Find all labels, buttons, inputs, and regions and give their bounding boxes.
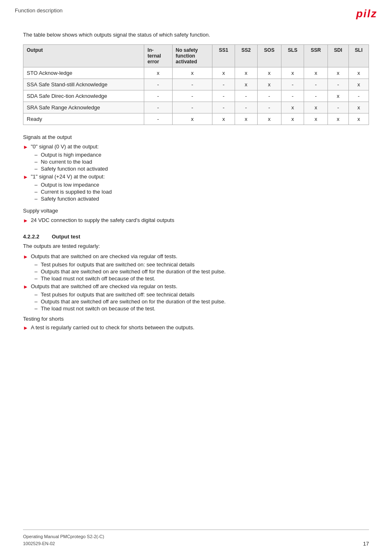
- output-test-bullet-2: ► Outputs that are switched off are chec…: [23, 283, 369, 290]
- signal-0-sublist: – Output is high impedance – No current …: [35, 152, 369, 172]
- bullet-arrow-test-1: ►: [23, 254, 28, 260]
- table-cell: x: [348, 113, 369, 125]
- table-cell: x: [235, 79, 257, 90]
- signals-title: Signals at the output: [23, 134, 369, 140]
- table-cell: x: [235, 67, 257, 79]
- output-test-sub-1: – Test pulses for outputs that are switc…: [35, 261, 369, 282]
- table-cell: -: [144, 113, 172, 125]
- table-cell: -: [327, 79, 348, 90]
- table-cell: x: [327, 67, 348, 79]
- table-cell: -: [144, 102, 172, 113]
- col-no-safety: No safetyfunctionactivated: [172, 45, 212, 67]
- col-ss1: SS1: [212, 45, 235, 67]
- supply-voltage-title: Supply voltage: [23, 208, 369, 214]
- table-row: SSA Safe Stand-still Acknowledge---xx---…: [23, 79, 369, 90]
- table-cell: x: [327, 90, 348, 102]
- testing-shorts-text: A test is regularly carried out to check…: [31, 324, 194, 331]
- table-cell: -: [212, 79, 235, 90]
- table-cell: -: [172, 90, 212, 102]
- table-cell: x: [281, 102, 304, 113]
- section-title: Output test: [52, 234, 80, 240]
- table-cell: -: [144, 79, 172, 90]
- table-cell: -: [172, 79, 212, 90]
- table-cell: -: [304, 79, 327, 90]
- page-footer: Operating Manual PMCprotego S2-2(-C) 100…: [23, 530, 369, 547]
- header-section: Function description: [15, 7, 62, 14]
- test-sub-2-1: – Test pulses for outputs that are switc…: [35, 291, 369, 298]
- table-cell: x: [304, 67, 327, 79]
- test-sub-1-1: – Test pulses for outputs that are switc…: [35, 261, 369, 268]
- table-cell: x: [348, 67, 369, 79]
- testing-shorts-item: ► A test is regularly carried out to che…: [23, 324, 369, 331]
- supply-voltage-section: Supply voltage ► 24 VDC connection to su…: [23, 208, 369, 224]
- signal-1-item: ► "1" signal (+24 V) at the output:: [23, 173, 369, 180]
- signal-1-sub-2: – Current is supplied to the load: [35, 189, 369, 195]
- section-4222-body: The outputs are tested regularly: ► Outp…: [23, 243, 369, 331]
- table-cell: -: [212, 90, 235, 102]
- output-test-text-2: Outputs that are switched off are checke…: [31, 283, 178, 289]
- supply-voltage-text: 24 VDC connection to supply the safety c…: [31, 217, 174, 223]
- footer-page: 17: [363, 541, 369, 547]
- signal-0-item: ► "0" signal (0 V) at the output:: [23, 143, 369, 150]
- section-4222-header: 4.2.2.2 Output test: [23, 234, 369, 240]
- section-intro: The outputs are tested regularly:: [23, 243, 369, 249]
- bullet-arrow-1: ►: [23, 174, 28, 180]
- table-row: SDA Safe Direc-tion Acknowledge-------x-: [23, 90, 369, 102]
- table-cell: SRA Safe Range Acknowledge: [23, 102, 144, 113]
- section-number: 4.2.2.2: [23, 234, 52, 240]
- signal-0-sub-1: – Output is high impedance: [35, 152, 369, 158]
- table-cell: x: [304, 113, 327, 125]
- col-output: Output: [23, 45, 144, 67]
- signal-1-sub-3: – Safety function activated: [35, 196, 369, 202]
- signal-0-sub-3: – Safety function not activated: [35, 166, 369, 172]
- test-sub-1-3: – The load must not switch off because o…: [35, 275, 369, 282]
- signals-section: Signals at the output ► "0" signal (0 V)…: [23, 134, 369, 202]
- intro-text: The table below shows which outputs sign…: [23, 32, 369, 38]
- footer-line2: 1002529-EN-02: [23, 540, 104, 547]
- table-row: STO Acknow-ledgexxxxxxxxx: [23, 67, 369, 79]
- table-cell: x: [257, 67, 281, 79]
- page-content: The table below shows which outputs sign…: [0, 24, 392, 349]
- col-sos: SOS: [257, 45, 281, 67]
- table-cell: -: [172, 102, 212, 113]
- table-cell: -: [144, 90, 172, 102]
- output-test-text-1: Outputs that are switched on are checked…: [31, 253, 178, 259]
- bullet-arrow-test-2: ►: [23, 284, 28, 290]
- table-cell: x: [257, 113, 281, 125]
- test-sub-1-2: – Outputs that are switched on are switc…: [35, 268, 369, 275]
- test-sub-2-3: – The load must not switch on because of…: [35, 305, 369, 312]
- table-cell: x: [212, 67, 235, 79]
- col-internal-error: In-ternalerror: [144, 45, 172, 67]
- table-cell: x: [348, 102, 369, 113]
- table-cell: x: [281, 67, 304, 79]
- table-cell: x: [212, 113, 235, 125]
- col-sdi: SDI: [327, 45, 348, 67]
- table-cell: -: [281, 79, 304, 90]
- table-cell: -: [235, 90, 257, 102]
- table-cell: STO Acknow-ledge: [23, 67, 144, 79]
- col-sls: SLS: [281, 45, 304, 67]
- table-cell: SDA Safe Direc-tion Acknowledge: [23, 90, 144, 102]
- table-cell: -: [235, 102, 257, 113]
- footer-left: Operating Manual PMCprotego S2-2(-C) 100…: [23, 533, 104, 547]
- bullet-arrow-shorts: ►: [23, 325, 28, 331]
- table-cell: x: [172, 113, 212, 125]
- signal-0-label: "0" signal (0 V) at the output:: [31, 143, 99, 150]
- table-cell: x: [235, 113, 257, 125]
- col-sli: SLI: [348, 45, 369, 67]
- bullet-arrow-supply: ►: [23, 217, 28, 224]
- signal-1-label: "1" signal (+24 V) at the output:: [31, 173, 105, 180]
- output-test-sub-2: – Test pulses for outputs that are switc…: [35, 291, 369, 312]
- table-row: SRA Safe Range Acknowledge-----xx-x: [23, 102, 369, 113]
- table-cell: x: [348, 79, 369, 90]
- table-cell: x: [327, 113, 348, 125]
- testing-shorts-title: Testing for shorts: [23, 316, 369, 322]
- supply-voltage-item: ► 24 VDC connection to supply the safety…: [23, 217, 369, 224]
- col-ss2: SS2: [235, 45, 257, 67]
- signal-0-sub-2: – No current to the load: [35, 159, 369, 165]
- table-cell: -: [281, 90, 304, 102]
- table-row: Ready-xxxxxxxx: [23, 113, 369, 125]
- table-cell: -: [257, 90, 281, 102]
- table-cell: x: [257, 79, 281, 90]
- pilz-logo: pilz: [356, 7, 377, 20]
